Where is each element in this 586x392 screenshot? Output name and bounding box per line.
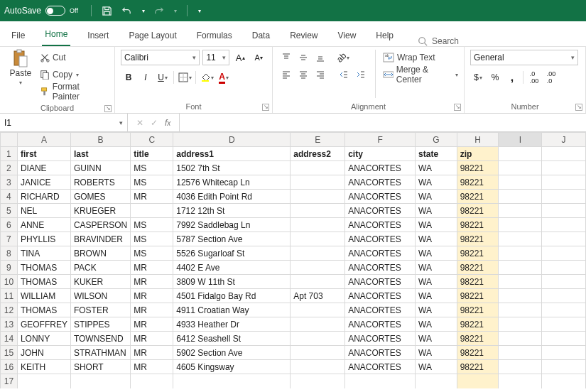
cell[interactable] [499, 346, 542, 360]
align-right-button[interactable] [313, 67, 328, 82]
cell[interactable] [499, 317, 542, 332]
col-header-E[interactable]: E [291, 133, 345, 147]
align-bottom-button[interactable] [313, 50, 328, 65]
cell[interactable] [291, 346, 345, 360]
col-header-F[interactable]: F [345, 133, 416, 147]
cell[interactable] [291, 303, 345, 317]
cell[interactable]: ANACORTES [345, 175, 416, 190]
cell[interactable]: MS [131, 161, 173, 175]
borders-button[interactable]: ▾ [177, 70, 192, 85]
cell[interactable]: BROWN [70, 246, 130, 261]
cell[interactable]: JANICE [17, 175, 70, 190]
cell[interactable] [542, 161, 586, 175]
name-box-input[interactable] [4, 118, 119, 128]
col-header-D[interactable]: D [173, 133, 291, 147]
cell[interactable]: WA [416, 161, 457, 175]
cell[interactable]: 4501 Fidalgo Bay Rd [173, 289, 291, 303]
row-header-8[interactable]: 8 [1, 246, 18, 261]
cell[interactable]: WA [416, 261, 457, 275]
tab-home[interactable]: Home [42, 23, 70, 46]
cell[interactable]: PHYLLIS [17, 232, 70, 246]
cell[interactable]: CASPERSON [70, 218, 130, 232]
cell[interactable]: MR [131, 346, 173, 360]
cell[interactable]: WA [416, 246, 457, 261]
cell[interactable]: 12576 Whitecap Ln [173, 175, 291, 190]
cell[interactable]: WA [416, 289, 457, 303]
col-header-J[interactable]: J [542, 133, 586, 147]
cell[interactable]: ANACORTES [345, 232, 416, 246]
tab-insert[interactable]: Insert [85, 25, 112, 46]
cell[interactable] [542, 317, 586, 332]
cell[interactable]: 98221 [457, 175, 499, 190]
paste-button[interactable]: Paste ▾ [6, 50, 36, 86]
cell[interactable]: ANACORTES [345, 204, 416, 218]
cancel-formula-icon[interactable]: ✕ [136, 118, 143, 128]
cell[interactable]: WA [416, 332, 457, 346]
row-header-2[interactable]: 2 [1, 161, 18, 175]
cell[interactable]: RICHARD [17, 190, 70, 204]
cell[interactable]: ANACORTES [345, 303, 416, 317]
cell[interactable]: ANACORTES [345, 275, 416, 289]
row-header-3[interactable]: 3 [1, 175, 18, 190]
align-middle-button[interactable] [295, 50, 311, 65]
cell[interactable]: MR [131, 360, 173, 374]
cell[interactable] [499, 218, 542, 232]
cell[interactable] [499, 232, 542, 246]
cell[interactable]: MS [131, 218, 173, 232]
col-header-I[interactable]: I [499, 133, 542, 147]
cell[interactable] [499, 303, 542, 317]
cell[interactable] [291, 360, 345, 374]
cell[interactable] [499, 360, 542, 374]
cell[interactable]: 4933 Heather Dr [173, 317, 291, 332]
cell[interactable]: TINA [17, 246, 70, 261]
cell[interactable]: last [70, 147, 130, 161]
merge-center-button[interactable]: Merge & Center▾ [383, 67, 458, 82]
cell[interactable]: NEL [17, 204, 70, 218]
cell[interactable] [542, 147, 586, 161]
row-header-17[interactable]: 17 [1, 374, 18, 388]
cell[interactable] [542, 190, 586, 204]
cell[interactable]: Apt 703 [291, 289, 345, 303]
cell[interactable]: MR [131, 332, 173, 346]
redo-icon[interactable] [153, 5, 165, 16]
cell[interactable]: ANACORTES [345, 346, 416, 360]
cell[interactable]: KUKER [70, 275, 130, 289]
bold-button[interactable]: B [121, 70, 136, 85]
search-box[interactable]: Search [418, 36, 459, 46]
increase-font-button[interactable]: A▴ [232, 50, 248, 65]
cell[interactable] [291, 190, 345, 204]
cell[interactable]: MS [131, 232, 173, 246]
col-header-G[interactable]: G [416, 133, 457, 147]
increase-decimal-button[interactable]: .0.00 [526, 70, 542, 85]
row-header-13[interactable]: 13 [1, 317, 18, 332]
cut-button[interactable]: Cut [40, 50, 109, 65]
cell[interactable]: ANACORTES [345, 161, 416, 175]
cell[interactable]: WA [416, 360, 457, 374]
cell[interactable]: MR [131, 275, 173, 289]
cell[interactable]: 4036 Edith Point Rd [173, 190, 291, 204]
cell[interactable]: SHORT [70, 360, 130, 374]
cell[interactable]: 98221 [457, 346, 499, 360]
fx-icon[interactable]: fx [165, 118, 170, 128]
cell[interactable]: MR [131, 190, 173, 204]
tab-page-layout[interactable]: Page Layout [126, 25, 179, 46]
cell[interactable]: 98221 [457, 360, 499, 374]
cell[interactable] [17, 374, 70, 388]
cell[interactable]: ANACORTES [345, 190, 416, 204]
format-painter-button[interactable]: Format Painter [40, 84, 109, 99]
cell[interactable] [499, 175, 542, 190]
cell[interactable] [499, 161, 542, 175]
cell[interactable]: GUINN [70, 161, 130, 175]
increase-indent-button[interactable] [352, 67, 368, 82]
cell[interactable]: 5787 Section Ave [173, 232, 291, 246]
cell[interactable]: 5902 Section Ave [173, 346, 291, 360]
cell[interactable]: ROBERTS [70, 175, 130, 190]
decrease-font-button[interactable]: A▾ [251, 50, 266, 65]
row-header-4[interactable]: 4 [1, 190, 18, 204]
percent-format-button[interactable]: % [487, 70, 503, 85]
cell[interactable] [291, 275, 345, 289]
cell[interactable]: THOMAS [17, 303, 70, 317]
cell[interactable]: 98221 [457, 332, 499, 346]
cell[interactable]: MR [131, 261, 173, 275]
cell[interactable]: WA [416, 275, 457, 289]
